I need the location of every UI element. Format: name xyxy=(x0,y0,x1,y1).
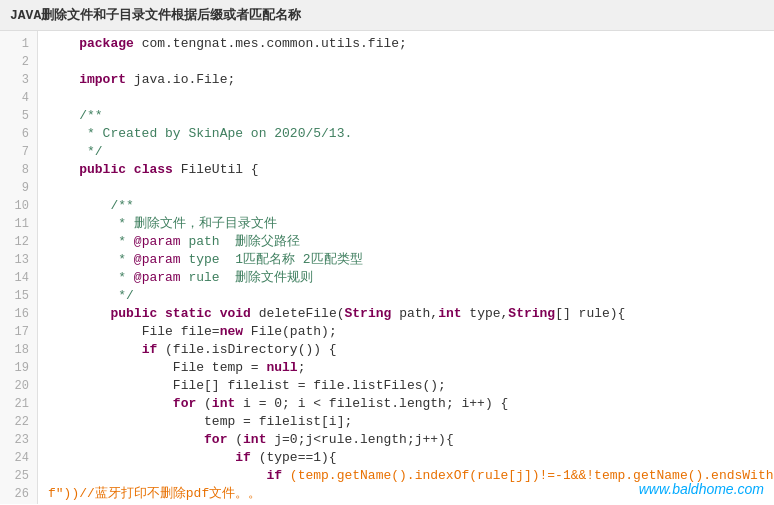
table-row: */ xyxy=(48,143,774,161)
table-row: * @param rule 删除文件规则 xyxy=(48,269,774,287)
table-row: File[] filelist = file.listFiles(); xyxy=(48,377,774,395)
table-row: */ xyxy=(48,287,774,305)
table-row: import java.io.File; xyxy=(48,71,774,89)
table-row: if (type==1){ xyxy=(48,449,774,467)
title-bar: JAVA删除文件和子目录文件根据后缀或者匹配名称 xyxy=(0,0,774,31)
table-row: temp = filelist[i]; xyxy=(48,413,774,431)
table-row: File file=new File(path); xyxy=(48,323,774,341)
table-row: File temp = null; xyxy=(48,359,774,377)
table-row: for (int i = 0; i < filelist.length; i++… xyxy=(48,395,774,413)
table-row: /** xyxy=(48,197,774,215)
table-row xyxy=(48,179,774,197)
table-row: * @param type 1匹配名称 2匹配类型 xyxy=(48,251,774,269)
line-numbers: 1234567891011121314151617181920212223242… xyxy=(0,31,38,504)
table-row xyxy=(48,53,774,71)
code-content[interactable]: package com.tengnat.mes.common.utils.fil… xyxy=(38,31,774,504)
table-row: if (file.isDirectory()) { xyxy=(48,341,774,359)
table-row xyxy=(48,503,774,504)
table-row: public static void deleteFile(String pat… xyxy=(48,305,774,323)
page-title: JAVA删除文件和子目录文件根据后缀或者匹配名称 xyxy=(10,8,301,23)
table-row: for (int j=0;j<rule.length;j++){ xyxy=(48,431,774,449)
table-row: * 删除文件，和子目录文件 xyxy=(48,215,774,233)
table-row: * Created by SkinApe on 2020/5/13. xyxy=(48,125,774,143)
table-row: /** xyxy=(48,107,774,125)
table-row: * @param path 删除父路径 xyxy=(48,233,774,251)
watermark: www.baldhome.com xyxy=(639,481,764,497)
table-row: package com.tengnat.mes.common.utils.fil… xyxy=(48,35,774,53)
table-row xyxy=(48,89,774,107)
code-container: 1234567891011121314151617181920212223242… xyxy=(0,31,774,504)
table-row: public class FileUtil { xyxy=(48,161,774,179)
